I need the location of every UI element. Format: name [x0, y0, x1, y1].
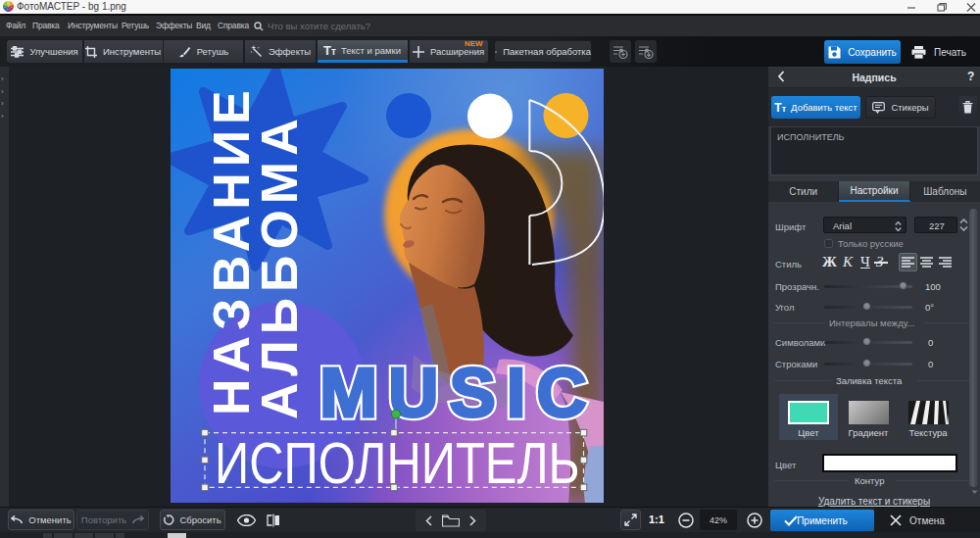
- svg-text:АЛЬБОМА: АЛЬБОМА: [251, 113, 308, 419]
- svg-text:MUSIC: MUSIC: [319, 354, 598, 431]
